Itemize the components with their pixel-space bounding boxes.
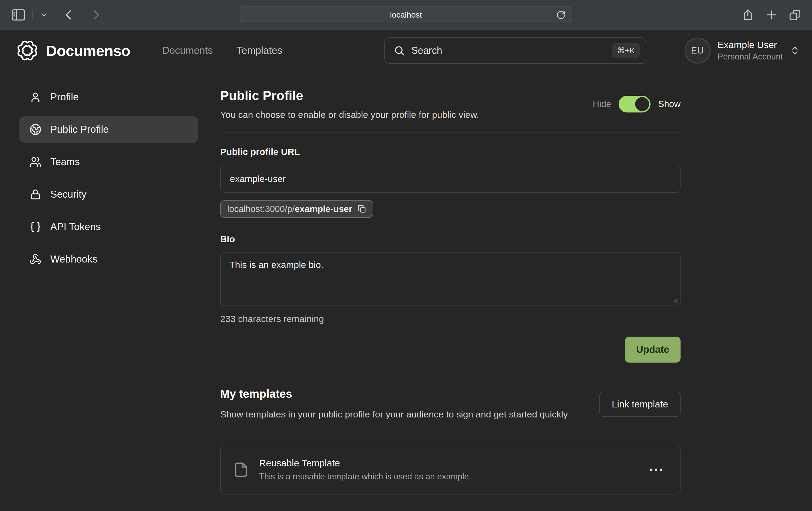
address-bar-url: localhost [390, 10, 422, 20]
toggle-show-label: Show [658, 99, 680, 109]
sidebar-item-label: Security [50, 189, 87, 200]
search-icon [394, 45, 405, 56]
chevron-down-icon[interactable] [40, 11, 48, 19]
profile-url-input[interactable] [220, 164, 680, 193]
documenso-badge-icon [16, 39, 39, 62]
sidebar-item-api-tokens[interactable]: API Tokens [20, 214, 198, 240]
link-template-button[interactable]: Link template [600, 392, 680, 417]
resize-handle-icon[interactable] [671, 296, 678, 303]
bio-textarea[interactable]: This is an example bio. [220, 252, 680, 306]
avatar: EU [685, 37, 710, 63]
browser-toolbar: localhost [0, 0, 812, 30]
page-title: Public Profile [220, 88, 479, 103]
forward-icon[interactable] [90, 9, 102, 21]
refresh-icon[interactable] [556, 10, 566, 20]
brand-name: Documenso [46, 42, 130, 59]
nav-documents[interactable]: Documents [162, 45, 213, 56]
sidebar-panel-icon[interactable] [11, 9, 25, 21]
sidebar-item-label: API Tokens [50, 221, 100, 233]
search-placeholder: Search [411, 45, 606, 56]
webhook-icon [29, 253, 42, 265]
main-nav: Documents Templates [162, 45, 282, 56]
profile-visibility-toggle-group: Hide Show [593, 96, 680, 113]
bio-field-label: Bio [220, 234, 680, 244]
sidebar-item-security[interactable]: Security [20, 181, 198, 208]
documenso-logo[interactable]: Documenso [16, 39, 130, 62]
url-field-label: Public profile URL [220, 147, 680, 157]
copy-icon[interactable] [357, 205, 366, 213]
page-subtitle: You can choose to enable or disable your… [220, 110, 479, 120]
toolbar-divider [32, 10, 33, 20]
my-templates-description: Show templates in your public profile fo… [220, 408, 568, 421]
address-bar[interactable]: localhost [240, 6, 572, 23]
settings-sidebar: Profile Public Profile Teams S [0, 71, 201, 510]
profile-url-badge[interactable]: localhost:3000/p/example-user [220, 200, 373, 218]
nav-templates[interactable]: Templates [237, 45, 282, 56]
chevrons-up-down-icon [790, 46, 800, 56]
search-shortcut-badge: ⌘+K [612, 43, 639, 58]
toggle-hide-label: Hide [593, 99, 611, 109]
template-description: This is a reusable template which is use… [259, 472, 471, 482]
app-header: Documenso Documents Templates Search ⌘+K… [0, 30, 812, 71]
section-divider [220, 132, 680, 133]
users-icon [29, 156, 42, 168]
new-tab-icon[interactable] [765, 9, 777, 21]
update-button[interactable]: Update [625, 337, 680, 363]
tab-overview-icon[interactable] [789, 9, 801, 21]
user-account-type: Personal Account [718, 52, 783, 62]
sidebar-item-teams[interactable]: Teams [20, 149, 198, 175]
user-menu[interactable]: EU Example User Personal Account [685, 37, 800, 63]
characters-remaining: 233 characters remaining [220, 313, 680, 324]
my-templates-title: My templates [220, 387, 568, 400]
toggle-knob [635, 97, 649, 111]
sidebar-item-label: Profile [50, 91, 79, 103]
profile-url-slug: example-user [295, 204, 352, 214]
visibility-toggle[interactable] [618, 96, 650, 113]
sidebar-item-profile[interactable]: Profile [20, 84, 198, 110]
user-name: Example User [718, 39, 783, 50]
braces-icon [29, 221, 42, 233]
search-input[interactable]: Search ⌘+K [384, 37, 646, 64]
share-icon[interactable] [742, 9, 754, 21]
sidebar-item-public-profile[interactable]: Public Profile [20, 116, 198, 143]
sidebar-item-label: Webhooks [50, 253, 97, 265]
sidebar-item-label: Teams [50, 156, 80, 168]
back-icon[interactable] [63, 9, 75, 21]
file-icon [233, 462, 249, 478]
more-horizontal-icon[interactable] [644, 463, 668, 476]
template-title: Reusable Template [259, 458, 471, 469]
sidebar-item-label: Public Profile [50, 124, 109, 135]
globe-icon [29, 124, 42, 136]
lock-icon [29, 188, 42, 200]
sidebar-item-webhooks[interactable]: Webhooks [20, 246, 198, 273]
user-icon [29, 91, 42, 103]
public-profile-settings: Public Profile You can choose to enable … [201, 71, 812, 510]
template-row: Reusable Template This is a reusable tem… [220, 445, 680, 494]
profile-url-base: localhost:3000/p/ [227, 204, 295, 214]
